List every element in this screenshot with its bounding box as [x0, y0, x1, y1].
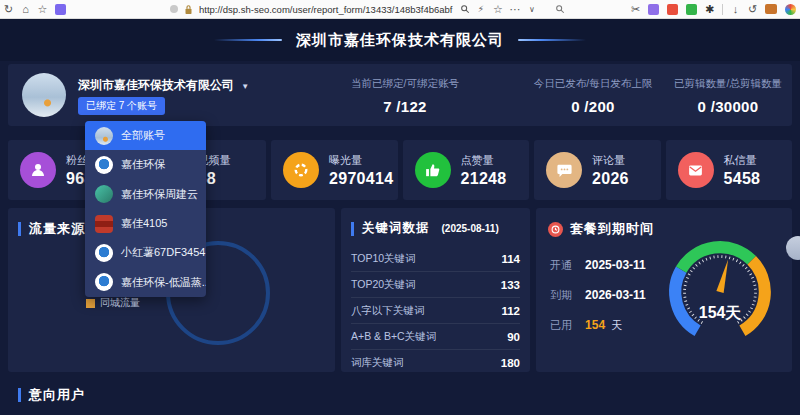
dropdown-item[interactable]: 嘉佳环保	[85, 150, 206, 179]
calendar-clock-icon	[548, 222, 563, 237]
extension-red-icon[interactable]	[667, 4, 678, 15]
keyword-date: (2025-08-11)	[442, 223, 499, 234]
summary-label: 今日已发布/每日发布上限	[518, 77, 668, 91]
scissors-icon[interactable]: ✂	[627, 0, 644, 19]
comment-icon	[556, 162, 573, 179]
keyword-row: A+B & B+C关键词 90	[351, 324, 520, 350]
keyword-panel-title: 关键词数据	[362, 220, 430, 237]
lock-icon	[184, 4, 193, 15]
account-avatar	[95, 185, 113, 203]
stat-value: 2026	[592, 170, 629, 188]
intent-users-section: 意向用户	[18, 386, 85, 404]
browser-toolbar: ↻ ⌂ ☆ http://dsp.sh-seo.com/user/report_…	[0, 0, 800, 19]
used-days: 154	[585, 318, 605, 332]
section-accent-bar	[18, 222, 21, 236]
package-opened-row: 开通 2025-03-11	[550, 258, 646, 273]
stat-label: 评论量	[592, 153, 629, 168]
exposure-icon	[292, 161, 310, 179]
search-icon[interactable]	[555, 4, 565, 14]
stat-value: 21248	[461, 170, 507, 188]
package-used-row: 已用 154 天	[550, 318, 622, 333]
keyword-row: TOP20关键词 133	[351, 272, 520, 298]
account-avatar	[95, 156, 113, 174]
keyword-row-value: 112	[501, 305, 520, 317]
stat-card-exposure: 曝光量 2970414	[271, 140, 398, 200]
stat-card-icon-5	[678, 152, 714, 188]
keyword-row: 词库关键词 180	[351, 350, 520, 375]
account-overview-panel: 深圳市嘉佳环保技术有限公司 ▼ 已绑定 7 个账号 当前已绑定/可绑定账号 7 …	[8, 64, 792, 126]
summary-published-today: 今日已发布/每日发布上限 0 /200	[518, 77, 668, 115]
account-dropdown-menu: 全部账号 嘉佳环保 嘉佳环保周建云 嘉佳4105 小红薯67DF3454 嘉佳环…	[85, 121, 206, 297]
keyword-row: 八字以下关键词 112	[351, 298, 520, 324]
extension-icon[interactable]	[55, 4, 66, 15]
company-name: 深圳市嘉佳环保技术有限公司	[78, 78, 234, 92]
package-panel-title: 套餐到期时间	[570, 220, 654, 238]
keyword-row: TOP10关键词 114	[351, 246, 520, 272]
home-icon[interactable]: ⌂	[17, 0, 34, 19]
keyword-row-value: 90	[507, 331, 520, 343]
dropdown-item[interactable]: 嘉佳环保-低温蒸...	[85, 267, 206, 296]
traffic-legend-item: 同城流量	[86, 296, 140, 310]
site-info-icon[interactable]	[170, 5, 178, 13]
dropdown-item-label: 嘉佳环保周建云	[121, 187, 198, 202]
keyword-data-panel: 关键词数据 (2025-08-11) TOP10关键词 114 TOP20关键词…	[341, 208, 530, 372]
dropdown-item[interactable]: 嘉佳环保周建云	[85, 180, 206, 209]
package-expire-row: 到期 2026-03-11	[550, 288, 646, 303]
keyword-row-label: 词库关键词	[351, 356, 404, 370]
stat-label: 私信量	[724, 153, 761, 168]
download-icon[interactable]: ↓	[727, 0, 744, 19]
stat-label: 曝光量	[329, 153, 393, 168]
chevron-down-icon[interactable]: ∨	[524, 0, 541, 19]
stat-card-comments: 评论量 2026	[534, 140, 661, 200]
lightning-icon[interactable]: ⚡	[473, 0, 490, 19]
bookmark-star-icon[interactable]: ☆	[34, 0, 51, 19]
gauge-needle	[716, 258, 731, 292]
bound-accounts-badge: 已绑定 7 个账号	[78, 97, 165, 115]
stat-value: 2970414	[329, 170, 393, 188]
expire-label: 到期	[550, 289, 572, 301]
page-title: 深圳市嘉佳环保技术有限公司	[296, 31, 504, 50]
profile-avatar-icon[interactable]	[785, 4, 796, 15]
section-accent-bar	[18, 388, 21, 402]
account-selector-button[interactable]: 深圳市嘉佳环保技术有限公司 ▼	[78, 77, 249, 94]
expire-date: 2026-03-11	[585, 288, 646, 302]
company-avatar	[22, 73, 66, 117]
reload-icon[interactable]: ↻	[0, 0, 17, 19]
stat-card-icon-2	[283, 152, 319, 188]
legend-label: 同城流量	[100, 296, 140, 310]
summary-value: 0 /30000	[668, 98, 788, 115]
keyword-row-label: 八字以下关键词	[351, 304, 425, 318]
favorite-star-icon[interactable]: ☆	[490, 0, 507, 19]
caret-down-icon: ▼	[241, 82, 249, 91]
package-expiry-panel: 套餐到期时间 开通 2025-03-11 到期 2026-03-11 已用 15…	[536, 208, 792, 372]
briefcase-icon[interactable]	[765, 4, 777, 14]
more-options-icon[interactable]: ⋯	[507, 0, 524, 19]
keyword-row-label: A+B & B+C关键词	[351, 330, 436, 344]
dropdown-item[interactable]: 小红薯67DF3454	[85, 238, 206, 267]
dropdown-item-all-accounts[interactable]: 全部账号	[85, 121, 206, 150]
extension-purple-icon[interactable]	[648, 4, 659, 15]
stat-card-messages: 私信量 5458	[666, 140, 793, 200]
dropdown-item-label: 嘉佳环保-低温蒸...	[121, 275, 206, 290]
extensions-puzzle-icon[interactable]: ✱	[701, 0, 718, 19]
address-bar[interactable]: http://dsp.sh-seo.com/user/report_form/1…	[199, 4, 453, 15]
keyword-row-label: TOP20关键词	[351, 278, 416, 292]
account-avatar	[95, 127, 113, 145]
undo-icon[interactable]: ↺	[744, 0, 761, 19]
used-days-unit: 天	[611, 319, 622, 331]
fans-icon	[29, 161, 47, 179]
account-avatar	[95, 215, 113, 233]
keyword-row-label: TOP10关键词	[351, 252, 416, 266]
gauge-center-label: 154天	[699, 304, 741, 321]
used-label: 已用	[550, 319, 572, 331]
summary-label: 当前已绑定/可绑定账号	[320, 77, 490, 91]
stat-value: 5458	[724, 170, 761, 188]
zoom-icon[interactable]	[460, 4, 470, 14]
opened-label: 开通	[550, 259, 572, 271]
summary-value: 7 /122	[320, 98, 490, 115]
summary-label: 已剪辑数量/总剪辑数量	[668, 77, 788, 91]
extension-green-icon[interactable]	[686, 4, 697, 15]
expiry-gauge-chart: 154天	[664, 236, 776, 348]
envelope-icon	[687, 162, 704, 179]
dropdown-item[interactable]: 嘉佳4105	[85, 209, 206, 238]
